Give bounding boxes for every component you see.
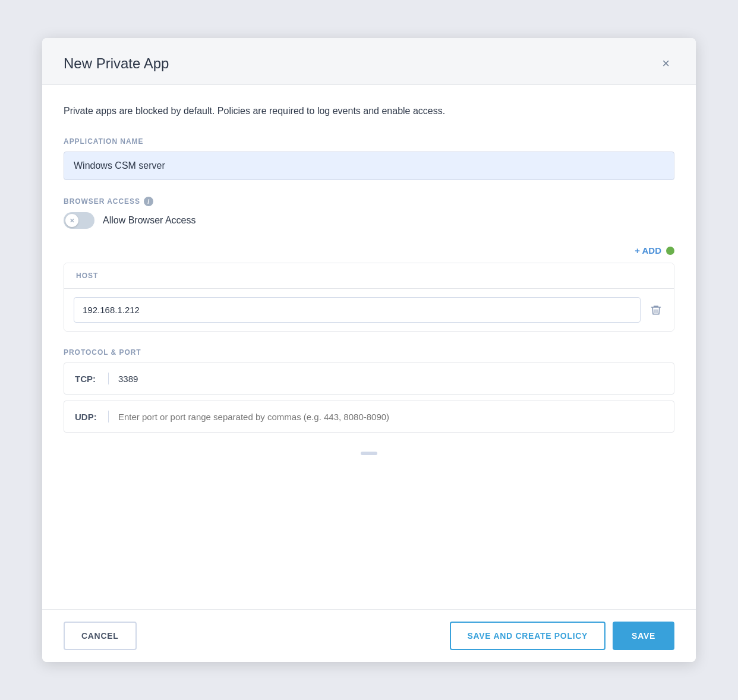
tcp-separator (108, 373, 109, 384)
app-name-label: APPLICATION NAME (64, 137, 674, 146)
dialog-body: Private apps are blocked by default. Pol… (42, 85, 696, 609)
udp-separator (108, 411, 109, 422)
browser-access-info-icon[interactable]: i (144, 197, 153, 206)
udp-row: UDP: (64, 401, 674, 433)
host-input[interactable] (74, 297, 641, 323)
cancel-button[interactable]: CANCEL (64, 622, 137, 650)
udp-input[interactable] (118, 412, 663, 422)
protocol-port-label: PROTOCOL & PORT (64, 348, 674, 357)
close-button[interactable]: × (657, 55, 674, 72)
toggle-row: ✕ Allow Browser Access (64, 212, 674, 229)
dialog-footer: CANCEL SAVE AND CREATE POLICY SAVE (42, 609, 696, 662)
toggle-x-icon: ✕ (70, 217, 74, 224)
protocol-port-section: PROTOCOL & PORT TCP: 3389 UDP: (64, 348, 674, 433)
tcp-value: 3389 (118, 374, 138, 384)
scroll-hint (64, 447, 674, 458)
footer-right-buttons: SAVE AND CREATE POLICY SAVE (450, 622, 675, 650)
info-text: Private apps are blocked by default. Pol… (64, 104, 674, 118)
new-private-app-dialog: New Private App × Private apps are block… (42, 38, 696, 662)
save-and-create-policy-button[interactable]: SAVE AND CREATE POLICY (450, 622, 606, 650)
browser-access-toggle[interactable]: ✕ (64, 212, 94, 229)
close-icon: × (662, 56, 670, 71)
tcp-label: TCP: (75, 374, 99, 384)
browser-access-section: BROWSER ACCESS i ✕ Allow Browser Access (64, 197, 674, 229)
save-button[interactable]: SAVE (613, 622, 674, 650)
trash-icon: path{stroke:#8a9ab5;stroke-width:2;strok… (650, 304, 662, 316)
app-name-input[interactable] (64, 152, 674, 180)
udp-label: UDP: (75, 412, 99, 422)
add-dot-icon (666, 247, 674, 255)
browser-access-label: BROWSER ACCESS i (64, 197, 674, 206)
host-row: path{stroke:#8a9ab5;stroke-width:2;strok… (64, 289, 674, 331)
toggle-knob: ✕ (65, 214, 78, 227)
delete-host-button[interactable]: path{stroke:#8a9ab5;stroke-width:2;strok… (648, 302, 664, 319)
dialog-title: New Private App (64, 55, 169, 72)
allow-browser-label: Allow Browser Access (103, 215, 196, 226)
app-name-section: APPLICATION NAME (64, 137, 674, 180)
toggle-track: ✕ (64, 212, 94, 229)
scroll-indicator (361, 452, 377, 455)
host-column-header: HOST (64, 263, 674, 289)
dialog-header: New Private App × (42, 38, 696, 85)
host-table: HOST path{stroke:#8a9ab5;stroke-width:2;… (64, 263, 674, 332)
tcp-row: TCP: 3389 (64, 362, 674, 395)
add-button[interactable]: + ADD (635, 245, 661, 256)
add-row: + ADD (64, 245, 674, 256)
